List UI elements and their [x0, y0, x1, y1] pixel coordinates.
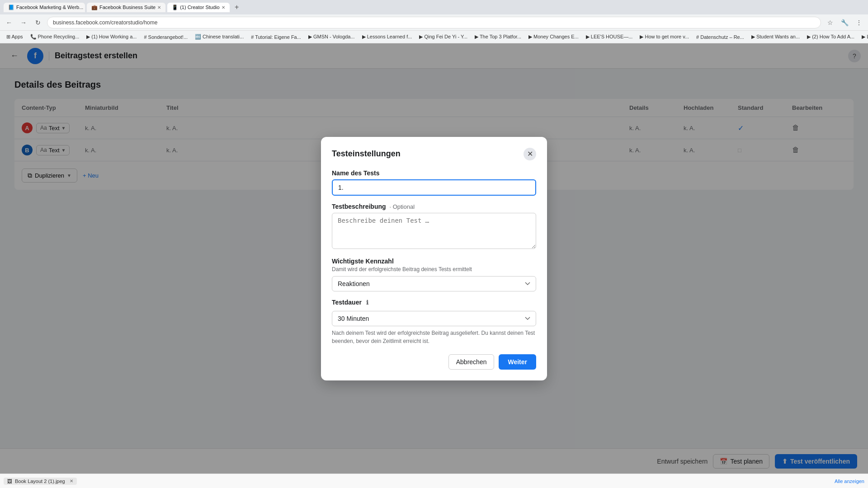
test-name-group: Name des Tests — [332, 169, 536, 196]
bookmark-gmsn[interactable]: ▶ GMSN - Vologda... — [306, 33, 358, 41]
duration-info-icon: ℹ — [366, 299, 368, 306]
reload-button[interactable]: ↻ — [33, 17, 43, 28]
bookmark-how-working[interactable]: ▶ (1) How Working a... — [84, 33, 139, 41]
metric-group: Wichtigste Kennzahl Damit wird der erfol… — [332, 258, 536, 291]
bookmark-lesselie[interactable]: ▶ Lesselie — [859, 33, 868, 41]
tab-3[interactable]: 📱 (1) Creator Studio ✕ — [167, 3, 229, 12]
modal-header: Testeinstellungen ✕ — [332, 148, 536, 160]
back-nav-button[interactable]: ← — [4, 17, 14, 28]
new-tab-button[interactable]: + — [231, 2, 242, 13]
optional-label: · Optional — [389, 203, 415, 210]
bookmark-daten[interactable]: # Datenschutz – Re... — [693, 33, 747, 41]
submit-button[interactable]: Weiter — [499, 354, 536, 370]
taskbar-file-item[interactable]: 🖼 Book Layout 2 (1).jpeg ✕ — [4, 478, 77, 485]
bookmark-howto[interactable]: ▶ How to get more v... — [637, 33, 692, 41]
cancel-button[interactable]: Abbrechen — [448, 354, 495, 370]
bookmark-lessons[interactable]: ▶ Lessons Learned f... — [359, 33, 415, 41]
taskbar-close[interactable]: ✕ — [70, 479, 73, 483]
menu-button[interactable]: ⋮ — [854, 17, 864, 28]
tab-close-2[interactable]: ✕ — [157, 5, 161, 10]
test-settings-modal: Testeinstellungen ✕ Name des Tests Testb… — [321, 137, 547, 380]
address-bar[interactable]: business.facebook.com/creatorstudio/home — [47, 17, 821, 28]
bookmark-howto2[interactable]: ▶ (2) How To Add A... — [804, 33, 857, 41]
show-all-button[interactable]: Alle anzeigen — [835, 479, 864, 484]
test-description-group: Testbeschreibung · Optional — [332, 203, 536, 250]
bookmark-money[interactable]: ▶ Money Changes E... — [526, 33, 581, 41]
bookmark-sonder[interactable]: # Sonderangebot!... — [141, 33, 190, 41]
file-icon: 🖼 — [7, 479, 12, 484]
tab-1[interactable]: 📘 Facebook Marketing & Werb... ✕ — [4, 3, 85, 12]
duration-select[interactable]: 30 Minuten 1 Stunde 2 Stunden 4 Stunden … — [332, 311, 536, 326]
bookmark-student[interactable]: ▶ Student Wants an... — [749, 33, 802, 41]
tab-close-3[interactable]: ✕ — [222, 5, 225, 10]
bookmark-apps[interactable]: ⊞ Apps — [4, 33, 26, 41]
bookmark-chinese[interactable]: 🔤 Chinese translati... — [192, 33, 246, 41]
duration-label: Testdauer ℹ — [332, 299, 536, 306]
bookmark-lee[interactable]: ▶ LEE'S HOUSE—... — [583, 33, 636, 41]
tab-2[interactable]: 💼 Facebook Business Suite ✕ — [87, 3, 165, 12]
taskbar: 🖼 Book Layout 2 (1).jpeg ✕ Alle anzeigen — [0, 474, 868, 488]
bookmark-top3[interactable]: ▶ The Top 3 Platfor... — [472, 33, 524, 41]
bookmark-tutorial[interactable]: # Tutorial: Eigene Fa... — [248, 33, 304, 41]
modal-title: Testeinstellungen — [332, 149, 401, 159]
metric-sublabel: Damit wird der erfolgreichste Beitrag de… — [332, 266, 536, 272]
metric-select[interactable]: Reaktionen Kommentare Teilen Link-Klicks — [332, 276, 536, 291]
file-name: Book Layout 2 (1).jpeg — [15, 479, 65, 484]
duration-info-text: Nach deinem Test wird der erfolgreichste… — [332, 329, 536, 345]
test-name-input[interactable] — [332, 179, 536, 196]
extensions-button[interactable]: 🔧 — [839, 17, 850, 28]
test-name-label: Name des Tests — [332, 169, 536, 177]
bookmark-phone[interactable]: 📞 Phone Recycling... — [28, 33, 82, 41]
duration-group: Testdauer ℹ 30 Minuten 1 Stunde 2 Stunde… — [332, 299, 536, 345]
bookmarks-bar: ⊞ Apps 📞 Phone Recycling... ▶ (1) How Wo… — [0, 31, 868, 43]
forward-nav-button[interactable]: → — [18, 17, 29, 28]
test-description-label: Testbeschreibung · Optional — [332, 203, 536, 210]
bookmark-qing[interactable]: ▶ Qing Fei De Yi - Y... — [416, 33, 470, 41]
modal-close-button[interactable]: ✕ — [524, 148, 536, 160]
bookmark-button[interactable]: ☆ — [825, 17, 835, 28]
modal-footer: Abbrechen Weiter — [332, 354, 536, 370]
browser-navigation: ← → ↻ business.facebook.com/creatorstudi… — [0, 14, 868, 31]
metric-label: Wichtigste Kennzahl — [332, 258, 536, 265]
test-description-textarea[interactable] — [332, 213, 536, 249]
browser-tab-bar: 📘 Facebook Marketing & Werb... ✕ 💼 Faceb… — [0, 0, 868, 14]
modal-overlay: Testeinstellungen ✕ Name des Tests Testb… — [0, 43, 868, 474]
